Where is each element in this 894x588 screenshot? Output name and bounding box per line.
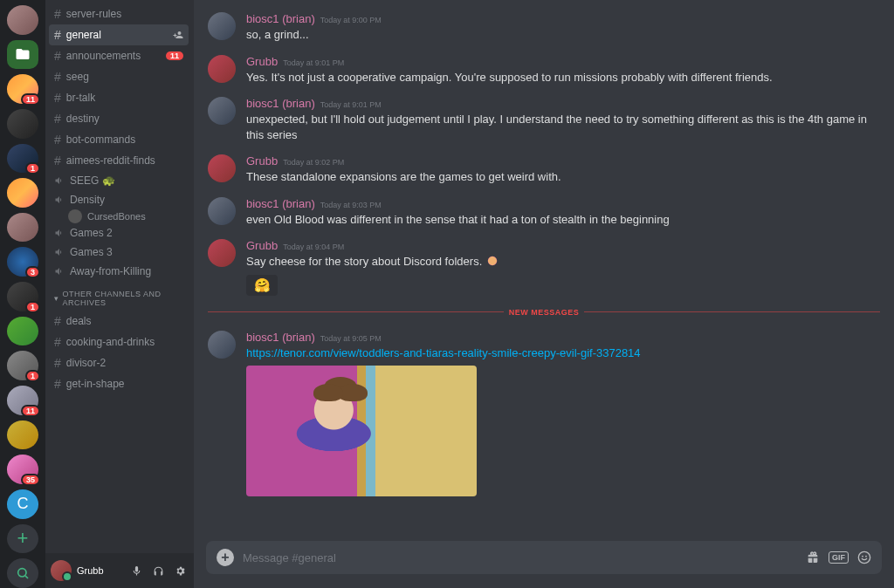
svg-point-2	[862, 556, 863, 557]
message-author[interactable]: Grubb	[246, 55, 278, 68]
add-server-button[interactable]: +	[7, 524, 38, 554]
channel-label: SEEG 🐢	[70, 174, 183, 187]
gif-button[interactable]: GIF	[829, 551, 849, 564]
create-invite-icon[interactable]	[173, 30, 183, 40]
channel-seeg[interactable]: #seeg	[49, 66, 189, 87]
server-12[interactable]	[7, 420, 38, 450]
message-timestamp: Today at 9:05 PM	[320, 334, 382, 343]
message-author[interactable]: biosc1 (brian)	[246, 97, 315, 110]
hash-icon: #	[54, 356, 61, 370]
channel-br-talk[interactable]: #br-talk	[49, 87, 189, 108]
message-text: Say cheese for the story about Discord f…	[246, 254, 880, 270]
channel-label: bot-commands	[66, 133, 183, 146]
message-text: unexpected, but I'll hold out judgement …	[246, 112, 880, 142]
channel-bot-commands[interactable]: #bot-commands	[49, 129, 189, 150]
message-author[interactable]: biosc1 (brian)	[246, 197, 315, 210]
gift-icon[interactable]	[806, 550, 820, 564]
server-badge: 11	[21, 93, 40, 106]
mic-icon[interactable]	[128, 565, 145, 577]
settings-icon[interactable]	[172, 565, 189, 577]
channel-aimees-reddit-finds[interactable]: #aimees-reddit-finds	[49, 150, 189, 171]
server-9[interactable]	[7, 317, 38, 346]
channel-deals[interactable]: #deals	[49, 311, 189, 332]
message-avatar[interactable]	[208, 197, 236, 225]
message-text: Yes. It's not just a cooperative campaig…	[246, 70, 880, 85]
user-avatar[interactable]	[51, 560, 72, 581]
reaction[interactable]: 🤗	[246, 275, 278, 296]
channel-label: Games 3	[70, 246, 183, 258]
channel-label: deals	[66, 315, 183, 327]
chat-area: biosc1 (brian)Today at 9:00 PMso, a grin…	[194, 0, 894, 588]
message-avatar[interactable]	[208, 154, 236, 182]
server-6[interactable]	[7, 213, 38, 243]
category-header[interactable]: ▾OTHER CHANNELS AND ARCHIVES	[49, 281, 189, 311]
hash-icon: #	[54, 7, 61, 21]
server-badge: 1	[25, 162, 40, 174]
speaker-icon	[54, 266, 65, 277]
message-embed-image[interactable]	[246, 366, 477, 496]
channel-Away-from-Killing[interactable]: Away-from-Killing	[49, 262, 189, 281]
category-label: OTHER CHANNELS AND ARCHIVES	[63, 290, 184, 307]
message-author[interactable]: biosc1 (brian)	[246, 12, 315, 25]
channel-Density[interactable]: Density	[49, 190, 189, 209]
message-avatar[interactable]	[208, 331, 236, 359]
server-badge: 1	[25, 301, 40, 313]
server-0[interactable]	[7, 5, 38, 35]
speaker-icon	[54, 195, 65, 205]
message-author[interactable]: Grubb	[246, 239, 278, 252]
hash-icon: #	[54, 335, 61, 349]
channel-cooking-and-drinks[interactable]: #cooking-and-drinks	[49, 332, 189, 352]
message-text: https://tenor.com/view/toddlers-and-tiar…	[246, 345, 880, 361]
voice-user[interactable]: CursedBones	[49, 209, 189, 223]
channel-announcements[interactable]: #announcements11	[49, 45, 189, 66]
message-avatar[interactable]	[208, 55, 236, 83]
server-letter[interactable]: C	[7, 489, 38, 519]
server-1[interactable]	[7, 40, 38, 70]
message-avatar[interactable]	[208, 239, 236, 267]
server-badge: 11	[21, 405, 40, 417]
server-3[interactable]	[7, 109, 38, 139]
message-author[interactable]: Grubb	[246, 154, 278, 168]
channel-server-rules[interactable]: #server-rules	[49, 3, 189, 24]
hash-icon: #	[54, 49, 61, 63]
server-7[interactable]: 3	[7, 247, 38, 277]
server-5[interactable]	[7, 178, 38, 208]
server-2[interactable]: 11	[7, 74, 38, 104]
speaker-icon	[54, 175, 65, 186]
hash-icon: #	[54, 70, 61, 84]
channel-Games 3[interactable]: Games 3	[49, 243, 189, 262]
message-timestamp: Today at 9:01 PM	[320, 100, 382, 109]
message: biosc1 (brian)Today at 9:03 PMeven Old B…	[208, 185, 880, 228]
channel-SEEG[interactable]: SEEG 🐢	[49, 171, 189, 190]
server-10[interactable]: 1	[7, 351, 38, 380]
channel-get-in-shape[interactable]: #get-in-shape	[49, 373, 189, 394]
message: GrubbToday at 9:04 PMSay cheese for the …	[208, 227, 880, 296]
server-badge: 35	[21, 474, 40, 486]
message-author[interactable]: biosc1 (brian)	[246, 331, 315, 344]
message-input[interactable]: Message #general	[243, 551, 797, 564]
channel-label: br-talk	[66, 92, 183, 104]
attach-button[interactable]: +	[217, 549, 234, 566]
message-list: biosc1 (brian)Today at 9:00 PMso, a grin…	[194, 0, 894, 541]
server-13[interactable]: 35	[7, 455, 38, 484]
channel-Games 2[interactable]: Games 2	[49, 223, 189, 243]
channel-divisor-2[interactable]: #divisor-2	[49, 352, 189, 373]
server-8[interactable]: 1	[7, 282, 38, 311]
svg-point-0	[18, 569, 26, 577]
channel-label: cooking-and-drinks	[66, 336, 183, 348]
channel-general[interactable]: #general	[49, 24, 189, 45]
message-link[interactable]: https://tenor.com/view/toddlers-and-tiar…	[246, 346, 641, 359]
new-messages-label: NEW MESSAGES	[504, 308, 585, 317]
explore-icon[interactable]	[7, 558, 38, 588]
message-avatar[interactable]	[208, 97, 236, 125]
message-avatar[interactable]	[208, 12, 236, 40]
channel-label: Games 2	[70, 227, 183, 239]
server-11[interactable]: 11	[7, 386, 38, 415]
message-timestamp: Today at 9:04 PM	[283, 243, 344, 251]
headphones-icon[interactable]	[150, 565, 167, 577]
channel-label: destiny	[66, 113, 183, 125]
channel-label: seeg	[66, 71, 183, 83]
server-4[interactable]: 1	[7, 144, 38, 174]
channel-destiny[interactable]: #destiny	[49, 108, 189, 129]
emoji-icon[interactable]	[857, 550, 871, 564]
